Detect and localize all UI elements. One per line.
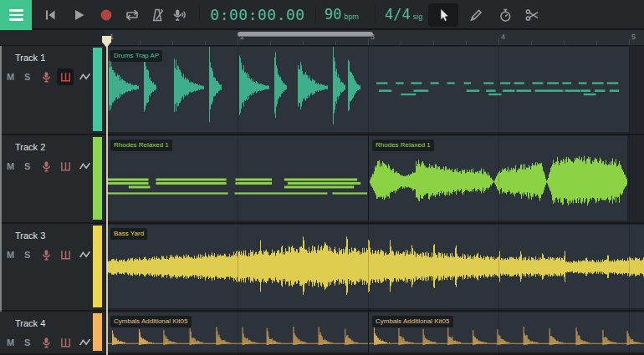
track-lane: Rhodes Relaxed 1Rhodes Relaxed 1: [105, 135, 644, 224]
record-icon: [98, 7, 115, 23]
solo-button[interactable]: S: [24, 337, 30, 347]
signature-unit: sig: [413, 13, 423, 21]
scissors-tool-button[interactable]: [524, 7, 540, 23]
input-monitor-button[interactable]: [170, 7, 187, 23]
ruler-tick: [172, 41, 173, 45]
signature-value: 4/4: [385, 6, 411, 23]
timer-tool-icon: [497, 7, 514, 23]
track-name[interactable]: Track 4: [15, 318, 45, 328]
track-color-strip: [93, 137, 102, 220]
mute-button[interactable]: M: [7, 250, 14, 260]
mute-button[interactable]: M: [7, 161, 14, 171]
track-color-strip: [93, 226, 102, 307]
ruler-tick: [564, 41, 565, 45]
mic-input-icon[interactable]: [40, 160, 53, 173]
track-header[interactable]: Track 1MS: [0, 46, 105, 135]
track-header[interactable]: Track 3MS: [0, 224, 105, 312]
track-name[interactable]: Track 3: [15, 231, 45, 241]
toolbar: 0:00:00.00 90bpm 4/4sig: [0, 0, 644, 30]
menu-button[interactable]: [0, 0, 32, 30]
track-name[interactable]: Track 2: [15, 142, 45, 152]
ruler-tick: [629, 38, 630, 45]
skip-to-start-button[interactable]: [42, 7, 59, 23]
play-button[interactable]: [70, 7, 87, 23]
mic-input-icon[interactable]: [40, 71, 53, 84]
select-tool-icon: [435, 7, 452, 23]
pencil-tool-button[interactable]: [468, 7, 484, 23]
audio-clip[interactable]: Cymbals Additional Kit05: [368, 312, 644, 352]
clip-label: Cymbals Additional Kit05: [372, 316, 453, 327]
solo-button[interactable]: S: [24, 250, 30, 260]
ruler-tick: [401, 41, 401, 45]
ruler-tick: [303, 41, 304, 45]
bpm-value: 90: [325, 6, 341, 23]
piano-input-icon[interactable]: [59, 71, 72, 84]
play-icon: [70, 7, 87, 23]
mute-button[interactable]: M: [7, 337, 14, 347]
track-color-strip: [93, 313, 102, 351]
bar-gridline: [238, 46, 238, 355]
loop-button[interactable]: [124, 7, 141, 23]
ruler-tick: [270, 41, 271, 45]
timeline-ruler[interactable]: 12345: [105, 30, 644, 46]
timer-tool-button[interactable]: [497, 7, 514, 23]
skip-to-start-icon: [42, 7, 59, 23]
track-lane: Bass Yard: [105, 224, 644, 312]
mic-input-icon[interactable]: [40, 249, 53, 261]
ruler-tick: [140, 41, 141, 45]
time-display: 0:00:00.00: [203, 0, 312, 28]
automation-icon[interactable]: [79, 249, 91, 261]
select-tool-button[interactable]: [435, 7, 452, 23]
toolbar-separator: [315, 5, 316, 22]
mute-button[interactable]: M: [7, 72, 14, 82]
automation-icon[interactable]: [79, 160, 91, 173]
solo-button[interactable]: S: [24, 72, 30, 82]
metronome-button[interactable]: [149, 7, 166, 23]
daw-app: 0:00:00.00 90bpm 4/4sig: [0, 0, 644, 355]
loop-icon: [124, 7, 141, 23]
piano-input-icon[interactable]: [59, 249, 72, 261]
piano-input-icon[interactable]: [59, 160, 72, 173]
automation-icon[interactable]: [79, 71, 91, 84]
ruler-tick: [466, 41, 467, 45]
playhead-line[interactable]: [106, 46, 108, 355]
piano-input-icon[interactable]: [59, 337, 72, 349]
mic-input-icon[interactable]: [40, 337, 53, 349]
clip-label: Rhodes Relaxed 1: [372, 139, 434, 151]
record-button[interactable]: [98, 7, 115, 23]
track-header[interactable]: Track 2MS: [0, 135, 105, 224]
audio-clip[interactable]: Rhodes Relaxed 1: [368, 136, 627, 221]
track-lane: Cymbals Additional Kit05Cymbals Addition…: [105, 312, 644, 355]
bpm-control[interactable]: 90bpm: [325, 0, 359, 28]
clip-waveform: [107, 225, 644, 308]
track-header[interactable]: Track 4MS: [0, 312, 105, 355]
metronome-icon: [149, 7, 166, 23]
toolbar-separator: [375, 5, 376, 22]
ruler-tick: [368, 38, 369, 45]
ruler-tick: [596, 41, 597, 45]
ruler-tick: [335, 41, 336, 45]
ruler-tick: [498, 38, 499, 45]
hamburger-icon: [9, 9, 23, 12]
ruler-tick: [433, 41, 434, 45]
ruler-tick: [238, 38, 238, 45]
pencil-tool-icon: [468, 7, 484, 23]
ruler-scroll-pill[interactable]: [238, 32, 373, 37]
bar-number: 4: [501, 33, 505, 41]
bpm-unit: bpm: [344, 13, 359, 21]
time-signature-control[interactable]: 4/4sig: [385, 0, 422, 28]
bar-gridline: [498, 46, 499, 355]
clip-label: Rhodes Relaxed 1: [110, 139, 172, 151]
scissors-tool-icon: [524, 7, 540, 23]
bar-number: 5: [631, 33, 636, 41]
toolbar-separator: [199, 5, 200, 22]
clip-label: Drums Trap AP: [110, 50, 162, 62]
panel-edge-highlight: [0, 46, 2, 312]
solo-button[interactable]: S: [24, 161, 30, 171]
input-monitor-icon: [170, 7, 187, 23]
arrangement-area: Drums Trap APRhodes Relaxed 1Rhodes Rela…: [105, 46, 644, 355]
automation-icon[interactable]: [79, 337, 91, 349]
audio-clip[interactable]: Bass Yard: [107, 225, 644, 308]
track-name[interactable]: Track 1: [15, 53, 45, 63]
bar-gridline: [629, 46, 630, 355]
